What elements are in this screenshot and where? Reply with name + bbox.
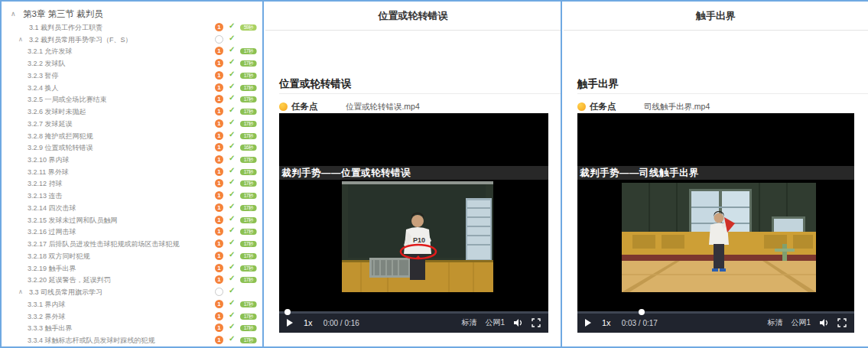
sidebar-item-label: 3.2.14 四次击球 bbox=[28, 203, 76, 213]
taskpoint-count-badge: 1 bbox=[215, 167, 223, 176]
sidebar-item-label: 3.1 裁判员工作分工职责 bbox=[29, 23, 102, 33]
sidebar-item[interactable]: 3.2.7 发球延误1✓17秒 bbox=[2, 118, 262, 130]
sidebar-item[interactable]: 3.2.15 发球未过网和队员触网1✓17秒 bbox=[2, 214, 262, 226]
video-caption-band: 裁判手势——司线触手出界 bbox=[577, 166, 854, 180]
video-controls: 1x 0:00 / 0:16 标清 公网1 bbox=[279, 313, 548, 333]
sidebar-item-label: 3.3.1 界内球 bbox=[28, 300, 66, 310]
sidebar-item[interactable]: 3.2.5 一局或全场比赛结束1✓17秒 bbox=[2, 93, 262, 106]
volume-icon[interactable] bbox=[513, 318, 523, 327]
sidebar-item[interactable]: 3.2.16 过网击球1✓17秒 bbox=[2, 226, 262, 238]
panel-header: 位置或轮转错误 bbox=[265, 2, 561, 31]
video-caption: 裁判手势——位置或轮转错误 bbox=[281, 167, 411, 180]
section-heading: 位置或轮转错误 bbox=[279, 77, 352, 91]
chapter-title: 第3章 第三节 裁判员 bbox=[23, 8, 103, 20]
task-point-row: 任务点 司线触手出界.mp4 bbox=[577, 99, 710, 110]
taskpoint-count-badge: 1 bbox=[215, 312, 223, 320]
check-icon: ✓ bbox=[229, 141, 235, 150]
sidebar-item-label: 3.2.17 后排队员进攻性击球犯规或前场区击球犯规 bbox=[28, 239, 180, 249]
sidebar-item-label: 3.2.18 双方同时犯规 bbox=[28, 252, 90, 262]
sidebar-item-label: 3.2.10 界内球 bbox=[28, 155, 70, 165]
fullscreen-icon[interactable] bbox=[837, 318, 847, 327]
sidebar-item[interactable]: 3.2.14 四次击球1✓17秒 bbox=[2, 202, 262, 214]
video-player[interactable]: P10 裁判手势——位置或轮转错误 1x 0:00 / 0:16 标清 bbox=[279, 113, 548, 333]
quality-button[interactable]: 标清 bbox=[767, 317, 782, 328]
sidebar-item-label: 3.2.15 发球未过网和队员触网 bbox=[28, 216, 118, 226]
chapter-header[interactable]: ∧ 第3章 第三节 裁判员 bbox=[2, 8, 262, 21]
chapter-tree-sidebar: ∧ 第3章 第三节 裁判员 3.1 裁判员工作分工职责1✓59秒∧3.2 裁判员… bbox=[2, 2, 264, 346]
duration-badge: 17秒 bbox=[240, 73, 257, 79]
sidebar-item[interactable]: 3.2.8 掩护或拦网犯规1✓17秒 bbox=[2, 130, 262, 142]
sidebar-item[interactable]: 3.2.18 双方同时犯规1✓17秒 bbox=[2, 250, 262, 262]
task-point-icon bbox=[577, 102, 586, 111]
duration-badge: 17秒 bbox=[240, 217, 257, 223]
sidebar-item-label: 3.2.6 发球时未抛起 bbox=[28, 107, 86, 117]
taskpoint-count-badge: 1 bbox=[215, 83, 223, 92]
duration-badge: 17秒 bbox=[240, 133, 257, 139]
sidebar-item[interactable]: 3.3.4 球触标志杆或队员发球时踩线的犯规1✓17秒 bbox=[2, 334, 262, 346]
content-panel-position-error: 位置或轮转错误 位置或轮转错误 任务点 位置或轮转错误.mp4 bbox=[265, 2, 562, 346]
collapse-caret-icon[interactable]: ∧ bbox=[18, 36, 23, 43]
sidebar-item[interactable]: 3.2.12 持球1✓17秒 bbox=[2, 177, 262, 190]
video-player[interactable]: 裁判手势——司线触手出界 1x 0:03 / 0:17 标清 公网1 bbox=[577, 113, 854, 333]
sidebar-item-label: 3.3 司线员常用旗示学习 bbox=[29, 288, 102, 298]
check-icon: ✓ bbox=[229, 130, 235, 138]
sidebar-item[interactable]: 3.2.13 连击1✓17秒 bbox=[2, 190, 262, 202]
quality-button[interactable]: 标清 bbox=[461, 317, 476, 328]
fullscreen-icon[interactable] bbox=[532, 318, 541, 327]
sidebar-item[interactable]: 3.1 裁判员工作分工职责1✓59秒 bbox=[2, 21, 262, 34]
duration-badge: 59秒 bbox=[240, 24, 257, 31]
sidebar-item[interactable]: 3.2.10 界内球1✓17秒 bbox=[2, 154, 262, 166]
sidebar-item-label: 3.2.11 界外球 bbox=[28, 167, 69, 177]
check-icon: ✓ bbox=[229, 214, 235, 223]
duration-badge: 17秒 bbox=[240, 96, 257, 102]
play-button[interactable] bbox=[585, 319, 591, 327]
playback-speed-button[interactable]: 1x bbox=[602, 318, 611, 327]
playback-speed-button[interactable]: 1x bbox=[304, 318, 313, 327]
sidebar-item[interactable]: 3.2.9 位置或轮转错误1✓16秒 bbox=[2, 141, 262, 154]
taskpoint-count-badge: 1 bbox=[215, 227, 223, 236]
sidebar-item[interactable]: 3.2.11 界外球1✓17秒 bbox=[2, 166, 262, 178]
sidebar-item[interactable]: 3.2.1 允许发球1✓17秒 bbox=[2, 45, 262, 57]
sidebar-item[interactable]: 3.2.4 换人1✓17秒 bbox=[2, 82, 262, 94]
network-line-button[interactable]: 公网1 bbox=[485, 317, 505, 328]
taskpoint-count-badge: 1 bbox=[215, 264, 223, 272]
taskpoint-count-badge: 1 bbox=[215, 47, 223, 55]
sidebar-item[interactable]: 3.2.2 发球队1✓17秒 bbox=[2, 57, 262, 70]
network-line-button[interactable]: 公网1 bbox=[791, 317, 811, 328]
check-icon: ✓ bbox=[229, 238, 235, 246]
sidebar-item[interactable]: 3.3.1 界内球1✓17秒 bbox=[2, 298, 262, 311]
check-icon: ✓ bbox=[229, 154, 235, 162]
taskpoint-count-badge: 1 bbox=[215, 107, 223, 115]
video-file-name: 位置或轮转错误.mp4 bbox=[346, 102, 420, 111]
volume-icon[interactable] bbox=[819, 318, 829, 327]
check-icon: ✓ bbox=[229, 70, 235, 78]
video-controls: 1x 0:03 / 0:17 标清 公网1 bbox=[577, 313, 854, 333]
play-button[interactable] bbox=[287, 319, 293, 327]
sidebar-item[interactable]: 3.2.3 暂停1✓17秒 bbox=[2, 70, 262, 82]
check-icon: ✓ bbox=[229, 34, 235, 42]
sidebar-item[interactable]: 3.2.20 延误警告，延误判罚1✓17秒 bbox=[2, 274, 262, 286]
collapse-caret-icon[interactable]: ∧ bbox=[18, 288, 23, 295]
sidebar-item[interactable]: ∧3.2 裁判员常用手势学习（F、S）✓ bbox=[2, 34, 262, 46]
sidebar-item[interactable]: 3.2.6 发球时未抛起1✓17秒 bbox=[2, 106, 262, 118]
duration-badge: 17秒 bbox=[240, 193, 257, 199]
sidebar-item-label: 3.2.5 一局或全场比赛结束 bbox=[28, 95, 107, 105]
duration-badge: 17秒 bbox=[240, 337, 257, 343]
collapse-caret-icon[interactable]: ∧ bbox=[11, 10, 16, 18]
taskpoint-count-badge: 1 bbox=[215, 23, 223, 31]
sidebar-item-label: 3.2.20 延误警告，延误判罚 bbox=[28, 275, 111, 285]
section-divider bbox=[577, 93, 868, 94]
sidebar-item[interactable]: ∧3.3 司线员常用旗示学习✓ bbox=[2, 286, 262, 298]
sidebar-item[interactable]: 3.2.17 后排队员进攻性击球犯规或前场区击球犯规1✓17秒 bbox=[2, 238, 262, 250]
taskpoint-count-badge: 1 bbox=[215, 300, 223, 308]
sidebar-item-label: 3.2.7 发球延误 bbox=[28, 119, 73, 129]
duration-badge: 17秒 bbox=[240, 109, 257, 115]
sidebar-item[interactable]: 3.3.3 触手出界1✓17秒 bbox=[2, 322, 262, 334]
taskpoint-count-badge: 1 bbox=[215, 275, 223, 284]
duration-badge: 17秒 bbox=[240, 325, 257, 331]
taskpoint-count-badge: 1 bbox=[215, 252, 223, 260]
duration-badge: 17秒 bbox=[240, 265, 257, 272]
time-display: 0:03 / 0:17 bbox=[622, 319, 658, 327]
sidebar-item[interactable]: 3.3.2 界外球1✓17秒 bbox=[2, 311, 262, 323]
sidebar-item[interactable]: 3.2.19 触手出界1✓17秒 bbox=[2, 262, 262, 275]
